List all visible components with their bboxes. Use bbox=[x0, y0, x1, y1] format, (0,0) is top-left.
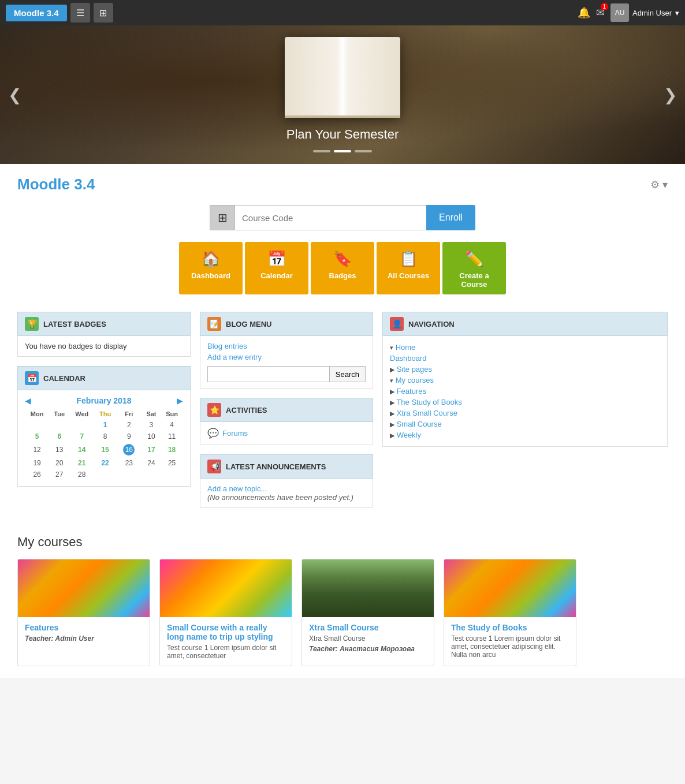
cal-day-17[interactable]: 17 bbox=[142, 442, 161, 457]
cal-day-10[interactable]: 10 bbox=[142, 431, 161, 442]
course-image-xtra bbox=[302, 559, 434, 617]
three-columns: 🏆 LATEST BADGES You have no badges to di… bbox=[17, 312, 668, 517]
hero-next-button[interactable]: ❯ bbox=[664, 85, 677, 104]
top-navigation: Moodle 3.4 ☰ ⊞ 🔔 ✉ 1 AU Admin User ▾ bbox=[0, 0, 685, 25]
hero-dot-3[interactable] bbox=[355, 150, 372, 152]
cal-day-20[interactable]: 20 bbox=[49, 457, 69, 469]
course-subtitle-xtra: Xtra Small Course bbox=[309, 634, 427, 643]
cal-day-7[interactable]: 7 bbox=[69, 431, 94, 442]
topnav-right: 🔔 ✉ 1 AU Admin User ▾ bbox=[578, 3, 679, 22]
cal-day-13[interactable]: 13 bbox=[49, 442, 69, 457]
features-link[interactable]: Features bbox=[397, 387, 426, 395]
nav-item-home: ▾ Home bbox=[390, 342, 660, 353]
cal-day-8[interactable]: 8 bbox=[94, 431, 116, 442]
cal-day-26[interactable]: 26 bbox=[25, 469, 49, 480]
course-desc-small-long: Test course 1 Lorem ipsum dolor sit amet… bbox=[167, 644, 285, 660]
weekly-link[interactable]: Weekly bbox=[397, 431, 421, 439]
site-pages-link[interactable]: Site pages bbox=[397, 365, 432, 374]
course-body-small-long: Small Course with a really long name to … bbox=[160, 617, 292, 666]
calendar-button[interactable]: 📅 Calendar bbox=[245, 242, 308, 294]
course-card-inner-xtra: Xtra Small Course Xtra Small Course Teac… bbox=[302, 617, 434, 659]
course-card-features[interactable]: Features Teacher: Admin User bbox=[17, 559, 150, 666]
main-content: Moodle 3.4 ⚙ ▾ ⊞ Enroll 🏠 Dashboard 📅 Ca… bbox=[0, 164, 685, 678]
my-courses-title: My courses bbox=[17, 535, 668, 550]
message-icon[interactable]: ✉ 1 bbox=[596, 6, 605, 19]
blog-entries-link[interactable]: Blog entries bbox=[207, 342, 366, 350]
blog-search-input[interactable] bbox=[207, 366, 330, 382]
topnav-left: Moodle 3.4 ☰ ⊞ bbox=[6, 3, 113, 23]
hamburger-icon: ☰ bbox=[76, 8, 84, 18]
cal-day-18[interactable]: 18 bbox=[161, 442, 183, 457]
course-card-study[interactable]: The Study of Books Test course 1 Lorem i… bbox=[444, 559, 576, 666]
add-announcement-link[interactable]: Add a new topic... bbox=[207, 484, 267, 493]
enroll-button[interactable]: Enroll bbox=[426, 205, 475, 230]
page-title: Moodle 3.4 bbox=[17, 176, 95, 193]
cal-day-1[interactable]: 1 bbox=[94, 419, 116, 431]
brand-button[interactable]: Moodle 3.4 bbox=[6, 5, 67, 21]
cal-day-28[interactable]: 28 bbox=[69, 469, 94, 480]
nav-item-dashboard: Dashboard bbox=[390, 353, 660, 364]
cal-day-4[interactable]: 4 bbox=[161, 419, 183, 431]
calendar-prev-button[interactable]: ◀ bbox=[25, 396, 31, 405]
cal-day-27[interactable]: 27 bbox=[49, 469, 69, 480]
cal-day-14[interactable]: 14 bbox=[69, 442, 94, 457]
course-name-study[interactable]: The Study of Books bbox=[451, 623, 569, 632]
blog-search-button[interactable]: Search bbox=[330, 366, 366, 382]
cal-th-sat: Sat bbox=[142, 409, 161, 419]
settings-button[interactable]: ⚙ ▾ bbox=[650, 178, 668, 191]
forums-link[interactable]: 💬 Forums bbox=[207, 428, 366, 439]
course-card-xtra[interactable]: Xtra Small Course Xtra Small Course Teac… bbox=[301, 559, 434, 666]
calendar-next-button[interactable]: ▶ bbox=[177, 396, 183, 405]
dashboard-nav-link[interactable]: Dashboard bbox=[390, 354, 427, 363]
course-name-features[interactable]: Features bbox=[25, 623, 143, 632]
course-name-small-long[interactable]: Small Course with a really long name to … bbox=[167, 623, 285, 641]
cal-day-3[interactable]: 3 bbox=[142, 419, 161, 431]
user-menu[interactable]: AU Admin User ▾ bbox=[610, 3, 679, 22]
badges-button[interactable]: 🔖 Badges bbox=[311, 242, 374, 294]
cal-th-tue: Tue bbox=[49, 409, 69, 419]
create-course-button[interactable]: ✏️ Create a Course bbox=[442, 242, 506, 294]
xtra-link[interactable]: Xtra Small Course bbox=[397, 409, 457, 417]
cal-day-5[interactable]: 5 bbox=[25, 431, 49, 442]
course-name-xtra[interactable]: Xtra Small Course bbox=[309, 623, 427, 632]
cal-day-2[interactable]: 2 bbox=[116, 419, 142, 431]
small-link[interactable]: Small Course bbox=[397, 420, 442, 428]
cal-day-16[interactable]: 16 bbox=[116, 442, 142, 457]
add-blog-entry-link[interactable]: Add a new entry bbox=[207, 353, 366, 361]
cal-highlight: 22 bbox=[101, 459, 109, 467]
cal-day-12[interactable]: 12 bbox=[25, 442, 49, 457]
calendar-block: 📅 CALENDAR ◀ February 2018 ▶ Mon Tue bbox=[17, 366, 191, 487]
hero-dot-1[interactable] bbox=[313, 150, 330, 152]
cal-day-23[interactable]: 23 bbox=[116, 457, 142, 469]
navigation-title: NAVIGATION bbox=[408, 320, 455, 328]
cal-day-empty bbox=[116, 469, 142, 480]
nav-course-study: ▶ The Study of Books bbox=[390, 397, 660, 408]
notification-bell[interactable]: 🔔 bbox=[578, 6, 590, 19]
home-link[interactable]: Home bbox=[396, 343, 416, 352]
cal-day-9[interactable]: 9 bbox=[116, 431, 142, 442]
cal-day-19[interactable]: 19 bbox=[25, 457, 49, 469]
dashboard-button[interactable]: 🏠 Dashboard bbox=[179, 242, 243, 294]
hero-prev-button[interactable]: ❮ bbox=[8, 85, 21, 104]
qr-code-icon[interactable]: ⊞ bbox=[210, 205, 235, 230]
cal-green: 17 bbox=[147, 446, 155, 454]
navigation-block: 👤 NAVIGATION ▾ Home Dashboard ▶ bbox=[382, 312, 668, 447]
study-link[interactable]: The Study of Books bbox=[396, 398, 461, 406]
blog-header: 📝 BLOG MENU bbox=[200, 312, 373, 336]
cal-day-11[interactable]: 11 bbox=[161, 431, 183, 442]
course-card-small-long[interactable]: Small Course with a really long name to … bbox=[159, 559, 292, 666]
cal-day-22[interactable]: 22 bbox=[94, 457, 116, 469]
hero-dot-2[interactable] bbox=[334, 150, 351, 152]
cal-day-15[interactable]: 15 bbox=[94, 442, 116, 457]
features-chevron: ▶ bbox=[390, 388, 394, 395]
blog-body: Blog entries Add a new entry Search bbox=[200, 336, 373, 389]
cal-day-24[interactable]: 24 bbox=[142, 457, 161, 469]
hamburger-menu-button[interactable]: ☰ bbox=[70, 3, 90, 23]
grid-menu-button[interactable]: ⊞ bbox=[94, 3, 113, 23]
all-courses-button[interactable]: 📋 All Courses bbox=[377, 242, 440, 294]
cal-day-25[interactable]: 25 bbox=[161, 457, 183, 469]
cal-day-21[interactable]: 21 bbox=[69, 457, 94, 469]
my-courses-nav-link[interactable]: My courses bbox=[396, 376, 434, 384]
cal-day-6[interactable]: 6 bbox=[49, 431, 69, 442]
course-code-input[interactable] bbox=[235, 205, 426, 230]
